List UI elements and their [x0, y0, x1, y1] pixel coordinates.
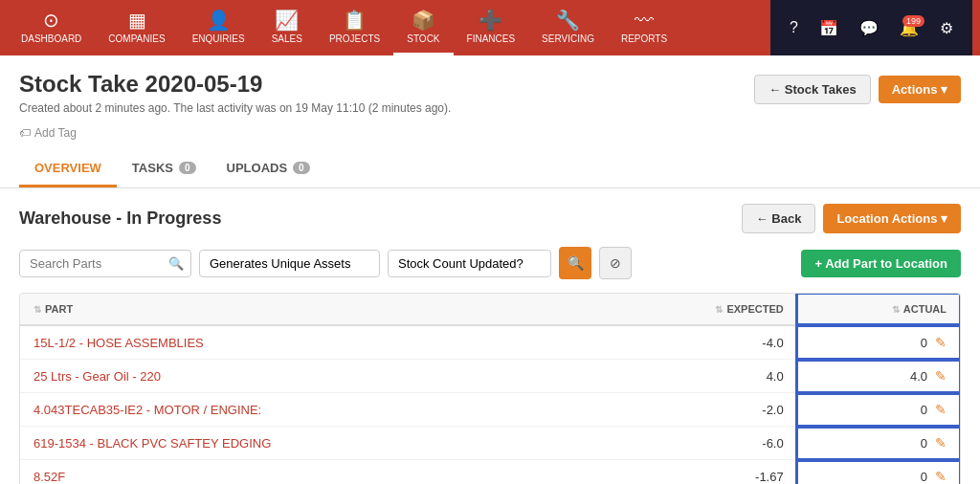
companies-nav-icon: ▦ [128, 9, 146, 32]
sort-icon-expected: ⇅ [715, 304, 723, 315]
page-content: Stock Take 2020-05-19 Created about 2 mi… [0, 55, 980, 484]
reset-button[interactable]: ⊘ [599, 247, 632, 279]
row-2-actual: 0✎ [797, 393, 960, 427]
dashboard-nav-icon: ⊙ [43, 9, 59, 32]
tab-tasks-label: TASKS [132, 161, 173, 175]
part-link-2[interactable]: 4.043TECAB35-IE2 - MOTOR / ENGINE: [33, 403, 261, 417]
actual-value-3: 0 [921, 436, 927, 451]
nav-notifications-button[interactable]: 🔔199 [892, 13, 926, 43]
part-link-4[interactable]: 8.52F [33, 470, 65, 484]
section-actions: ← Back Location Actions ▾ [742, 204, 961, 233]
main-content: Warehouse - In Progress ← Back Location … [0, 188, 980, 484]
search-input[interactable] [19, 250, 191, 277]
enquiries-nav-label: Enquiries [192, 33, 245, 44]
add-part-button[interactable]: + Add Part to Location [801, 250, 961, 277]
notifications-badge: 199 [902, 15, 924, 27]
edit-icon-3[interactable]: ✎ [935, 435, 947, 451]
col-header-part[interactable]: ⇅PART [20, 294, 607, 325]
row-3-actual: 0✎ [797, 427, 960, 460]
sales-nav-label: Sales [272, 33, 302, 44]
stock-count-select[interactable]: Stock Count Updated? [388, 250, 551, 277]
table-row: 619-1534 - BLACK PVC SAFTEY EDGING-6.00✎ [20, 427, 960, 460]
enquiries-nav-icon: 👤 [207, 9, 231, 32]
stock-takes-back-button[interactable]: ← Stock Takes [754, 75, 871, 104]
nav-item-companies[interactable]: ▦Companies [95, 0, 178, 55]
assets-select[interactable]: Generates Unique Assets [199, 250, 380, 277]
row-4-part: 8.52F [20, 460, 607, 485]
row-3-part: 619-1534 - BLACK PVC SAFTEY EDGING [20, 427, 607, 460]
table-row: 15L-1/2 - HOSE ASSEMBLIES-4.00✎ [20, 325, 960, 360]
nav-item-sales[interactable]: 📈Sales [258, 0, 316, 55]
col-header-actual[interactable]: ⇅ACTUAL [797, 294, 960, 325]
parts-table: ⇅PART⇅EXPECTED⇅ACTUAL 15L-1/2 - HOSE ASS… [20, 294, 960, 484]
add-tag-button[interactable]: 🏷 Add Tag [19, 126, 77, 140]
tab-uploads[interactable]: UPLOADS0 [212, 151, 325, 187]
section-title: Warehouse - In Progress [19, 209, 221, 229]
row-1-actual: 4.0✎ [797, 360, 960, 393]
top-navigation: ⊙Dashboard▦Companies👤Enquiries📈Sales📋Pro… [0, 0, 980, 55]
location-actions-button[interactable]: Location Actions ▾ [823, 204, 961, 233]
companies-nav-label: Companies [108, 33, 165, 44]
finances-nav-icon: ➕ [479, 9, 502, 32]
part-link-0[interactable]: 15L-1/2 - HOSE ASSEMBLIES [33, 336, 204, 350]
row-0-part: 15L-1/2 - HOSE ASSEMBLIES [20, 325, 607, 360]
reports-nav-label: Reports [621, 33, 667, 44]
edit-icon-1[interactable]: ✎ [935, 368, 947, 384]
tag-row: 🏷 Add Tag [0, 122, 980, 151]
row-3-expected: -6.0 [607, 427, 796, 460]
nav-chat-button[interactable]: 💬 [852, 13, 886, 43]
reports-nav-icon: 〰 [635, 10, 654, 32]
back-button[interactable]: ← Back [742, 204, 816, 233]
nav-settings-button[interactable]: ⚙ [932, 13, 961, 43]
section-header: Warehouse - In Progress ← Back Location … [19, 204, 961, 233]
tab-overview[interactable]: OVERVIEW [19, 151, 117, 187]
table-body: 15L-1/2 - HOSE ASSEMBLIES-4.00✎25 Ltrs -… [20, 325, 960, 484]
nav-item-finances[interactable]: ➕Finances [454, 0, 529, 55]
row-4-expected: -1.67 [607, 460, 796, 485]
actual-value-0: 0 [921, 336, 927, 350]
row-0-expected: -4.0 [607, 325, 796, 360]
nav-help-button[interactable]: ? [782, 13, 806, 42]
toolbar: 🔍 Generates Unique Assets Stock Count Up… [19, 247, 961, 279]
nav-item-stock[interactable]: 📦Stock [393, 0, 453, 55]
table-header: ⇅PART⇅EXPECTED⇅ACTUAL [20, 294, 960, 325]
col-label-part: PART [45, 303, 73, 315]
sales-nav-icon: 📈 [275, 9, 299, 32]
tab-uploads-label: UPLOADS [227, 161, 288, 175]
sort-icon-part: ⇅ [33, 304, 41, 315]
actual-value-1: 4.0 [910, 369, 927, 384]
part-link-1[interactable]: 25 Ltrs - Gear Oil - 220 [33, 369, 161, 384]
row-1-expected: 4.0 [607, 360, 796, 393]
settings-icon: ⚙ [940, 20, 953, 36]
actual-value-4: 0 [921, 470, 927, 484]
nav-item-dashboard[interactable]: ⊙Dashboard [8, 0, 95, 55]
search-wrap: 🔍 [19, 250, 191, 277]
col-header-expected[interactable]: ⇅EXPECTED [607, 294, 796, 325]
tabs-bar: OVERVIEWTASKS0UPLOADS0 [0, 151, 980, 188]
nav-item-reports[interactable]: 〰Reports [608, 0, 680, 55]
stock-nav-icon: 📦 [412, 9, 435, 32]
table-row: 8.52F-1.670✎ [20, 460, 960, 485]
search-button[interactable]: 🔍 [559, 247, 591, 279]
nav-calendar-button[interactable]: 📅 [812, 13, 846, 43]
search-icon: 🔍 [168, 256, 184, 271]
parts-table-wrap: ⇅PART⇅EXPECTED⇅ACTUAL 15L-1/2 - HOSE ASS… [19, 293, 961, 484]
tab-tasks-badge: 0 [179, 162, 196, 174]
help-icon: ? [790, 19, 798, 35]
nav-item-enquiries[interactable]: 👤Enquiries [179, 0, 258, 55]
edit-icon-0[interactable]: ✎ [935, 335, 947, 350]
table-row: 25 Ltrs - Gear Oil - 2204.04.0✎ [20, 360, 960, 393]
page-subtitle: Created about 2 minutes ago. The last ac… [19, 101, 451, 115]
edit-icon-4[interactable]: ✎ [935, 469, 947, 484]
part-link-3[interactable]: 619-1534 - BLACK PVC SAFTEY EDGING [33, 436, 271, 451]
projects-nav-label: Projects [329, 33, 380, 44]
page-header-actions: ← Stock Takes Actions ▾ [754, 75, 961, 104]
nav-item-projects[interactable]: 📋Projects [316, 0, 393, 55]
edit-icon-2[interactable]: ✎ [935, 402, 947, 417]
row-1-part: 25 Ltrs - Gear Oil - 220 [20, 360, 607, 393]
tab-tasks[interactable]: TASKS0 [117, 151, 212, 187]
col-label-actual: ACTUAL [903, 303, 947, 315]
nav-item-servicing[interactable]: 🔧Servicing [528, 0, 608, 55]
dashboard-nav-label: Dashboard [21, 33, 81, 44]
actions-button[interactable]: Actions ▾ [879, 76, 961, 103]
